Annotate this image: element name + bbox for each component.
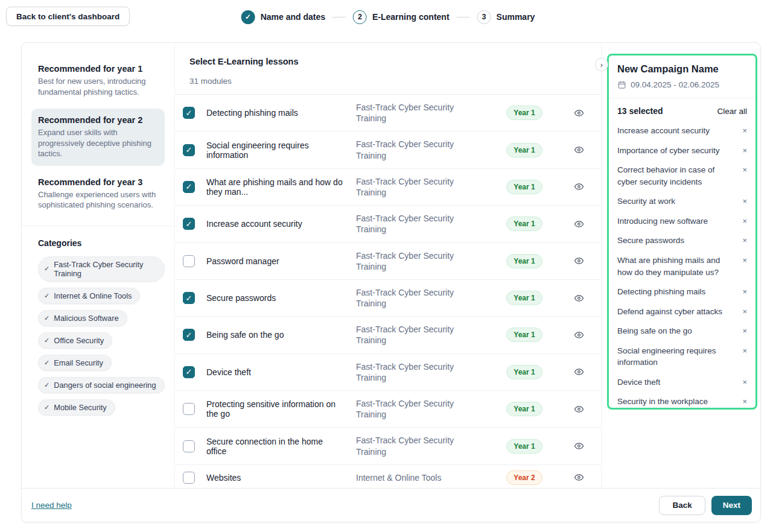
category-chip-label: Fast-Track Cyber Security Training bbox=[54, 260, 156, 278]
step-connector bbox=[332, 17, 346, 17]
remove-item-icon[interactable]: × bbox=[742, 345, 747, 369]
remove-item-icon[interactable]: × bbox=[742, 164, 747, 188]
help-link[interactable]: I need help bbox=[31, 501, 72, 510]
lesson-row[interactable]: ✓ Detecting phishing mails Fast-Track Cy… bbox=[175, 95, 601, 131]
remove-item-icon[interactable]: × bbox=[742, 235, 747, 247]
lesson-title: Protecting sensitive information on the … bbox=[206, 399, 345, 419]
chip-check-icon: ✓ bbox=[44, 382, 49, 388]
remove-item-icon[interactable]: × bbox=[742, 195, 747, 207]
preview-eye-icon[interactable] bbox=[565, 330, 593, 340]
category-chip-label: Office Security bbox=[54, 336, 104, 345]
lesson-row[interactable]: ✓ Secure connection in the home office F… bbox=[175, 428, 601, 464]
remove-item-icon[interactable]: × bbox=[742, 396, 747, 408]
recommendation-item[interactable]: Recommended for year 1 Best for new user… bbox=[31, 57, 165, 104]
lesson-row[interactable]: ✓ Being safe on the go Fast-Track Cyber … bbox=[175, 317, 601, 353]
lesson-category: Fast-Track Cyber Security Training bbox=[356, 248, 484, 274]
selected-lesson-label: Being safe on the go bbox=[617, 325, 692, 337]
remove-item-icon[interactable]: × bbox=[742, 255, 747, 278]
year-badge: Year 1 bbox=[506, 106, 542, 120]
lesson-row[interactable]: ✓ Social engineering requires informatio… bbox=[175, 131, 601, 168]
lesson-title: Increase account security bbox=[206, 219, 345, 229]
footer-bar: I need help Back Next bbox=[22, 488, 760, 522]
remove-item-icon[interactable]: × bbox=[742, 286, 747, 298]
categories-title: Categories bbox=[38, 238, 165, 248]
selected-lesson-item: Being safe on the go × bbox=[617, 325, 747, 337]
category-chip[interactable]: ✓ Fast-Track Cyber Security Training bbox=[38, 256, 165, 282]
selected-lesson-label: Device theft bbox=[617, 376, 660, 388]
category-chip-label: Email Security bbox=[54, 358, 103, 367]
lesson-row[interactable]: ✓ Websites Internet & Online Tools Year … bbox=[175, 465, 601, 488]
step-name-and-dates[interactable]: ✓ Name and dates bbox=[241, 10, 325, 24]
remove-item-icon[interactable]: × bbox=[742, 145, 747, 157]
lesson-title: Being safe on the go bbox=[206, 330, 345, 340]
lesson-row[interactable]: ✓ Secure passwords Fast-Track Cyber Secu… bbox=[175, 280, 601, 317]
lesson-title: What are phishing mails and how do they … bbox=[206, 177, 345, 197]
category-chip[interactable]: ✓ Dangers of social engineering bbox=[38, 377, 165, 393]
remove-item-icon[interactable]: × bbox=[742, 376, 747, 388]
preview-eye-icon[interactable] bbox=[565, 256, 593, 266]
collapse-panel-button[interactable]: › bbox=[595, 58, 608, 71]
remove-item-icon[interactable]: × bbox=[742, 306, 747, 318]
preview-eye-icon[interactable] bbox=[565, 441, 593, 451]
lesson-checkbox[interactable]: ✓ bbox=[183, 366, 195, 378]
preview-eye-icon[interactable] bbox=[565, 108, 593, 118]
back-button[interactable]: Back bbox=[659, 496, 705, 515]
selected-lesson-item: Defend against cyber attacks × bbox=[617, 306, 747, 318]
remove-item-icon[interactable]: × bbox=[742, 215, 747, 227]
recommendation-title: Recommended for year 1 bbox=[38, 64, 158, 74]
wizard-stepper: ✓ Name and dates 2 E-Learning content 3 … bbox=[241, 0, 535, 34]
step-elearning-content[interactable]: 2 E-Learning content bbox=[353, 10, 450, 24]
lesson-checkbox[interactable]: ✓ bbox=[183, 472, 195, 484]
preview-eye-icon[interactable] bbox=[565, 404, 593, 414]
clear-all-button[interactable]: Clear all bbox=[717, 107, 747, 116]
lessons-header: Select E-Learning lessons 31 modules bbox=[175, 43, 601, 94]
lesson-checkbox[interactable]: ✓ bbox=[183, 107, 195, 119]
selected-lesson-label: Security at work bbox=[617, 195, 675, 207]
preview-eye-icon[interactable] bbox=[565, 367, 593, 377]
recommendation-item[interactable]: Recommended for year 2 Expand user skill… bbox=[31, 109, 165, 166]
selected-lesson-item: Social engineering requires information … bbox=[617, 345, 747, 369]
lesson-row[interactable]: ✓ Increase account security Fast-Track C… bbox=[175, 206, 601, 242]
preview-eye-icon[interactable] bbox=[565, 182, 593, 192]
step-summary[interactable]: 3 Summary bbox=[477, 10, 535, 24]
selected-lesson-item: Increase account security × bbox=[617, 125, 747, 137]
lesson-row[interactable]: ✓ Protecting sensitive information on th… bbox=[175, 391, 601, 428]
category-chip-label: Dangers of social engineering bbox=[54, 381, 156, 390]
back-to-dashboard-button[interactable]: Back to client's dashboard bbox=[6, 7, 130, 26]
lesson-checkbox[interactable]: ✓ bbox=[183, 403, 195, 415]
lesson-row[interactable]: ✓ Device theft Fast-Track Cyber Security… bbox=[175, 354, 601, 391]
lesson-checkbox[interactable]: ✓ bbox=[183, 329, 195, 341]
lesson-checkbox[interactable]: ✓ bbox=[183, 292, 195, 304]
next-button[interactable]: Next bbox=[711, 496, 752, 515]
lessons-title: Select E-Learning lessons bbox=[189, 57, 587, 66]
lesson-checkbox[interactable]: ✓ bbox=[183, 181, 195, 193]
lesson-checkbox[interactable]: ✓ bbox=[183, 218, 195, 230]
preview-eye-icon[interactable] bbox=[565, 219, 593, 229]
preview-eye-icon[interactable] bbox=[565, 293, 593, 303]
category-chip[interactable]: ✓ Office Security bbox=[38, 332, 112, 349]
chip-check-icon: ✓ bbox=[44, 315, 49, 321]
category-chip[interactable]: ✓ Email Security bbox=[38, 355, 112, 371]
step-done-check-icon: ✓ bbox=[241, 10, 255, 24]
lesson-checkbox[interactable]: ✓ bbox=[183, 144, 195, 156]
selected-lesson-item: Correct behavior in case of cyber securi… bbox=[617, 164, 747, 188]
chip-check-icon: ✓ bbox=[44, 404, 49, 411]
category-chip[interactable]: ✓ Malicious Software bbox=[38, 310, 127, 326]
category-chip[interactable]: ✓ Internet & Online Tools bbox=[38, 288, 140, 304]
remove-item-icon[interactable]: × bbox=[742, 125, 747, 137]
lesson-row[interactable]: ✓ Password manager Fast-Track Cyber Secu… bbox=[175, 243, 601, 280]
selected-lesson-label: Social engineering requires information bbox=[617, 345, 732, 369]
step-connector bbox=[457, 17, 470, 17]
lesson-checkbox[interactable]: ✓ bbox=[183, 440, 195, 452]
lesson-checkbox[interactable]: ✓ bbox=[183, 255, 195, 267]
preview-eye-icon[interactable] bbox=[565, 472, 593, 483]
top-bar: Back to client's dashboard ✓ Name and da… bbox=[0, 0, 776, 34]
preview-eye-icon[interactable] bbox=[565, 145, 593, 155]
remove-item-icon[interactable]: × bbox=[742, 325, 747, 337]
recommendation-item[interactable]: Recommended for year 3 Challenge experie… bbox=[31, 171, 165, 217]
lesson-row[interactable]: ✓ What are phishing mails and how do the… bbox=[175, 169, 601, 206]
selected-lesson-label: Importance of cyber security bbox=[617, 145, 720, 157]
selected-lesson-item: Security at work × bbox=[617, 195, 747, 207]
chip-check-icon: ✓ bbox=[44, 337, 49, 344]
category-chip[interactable]: ✓ Mobile Security bbox=[38, 399, 115, 416]
